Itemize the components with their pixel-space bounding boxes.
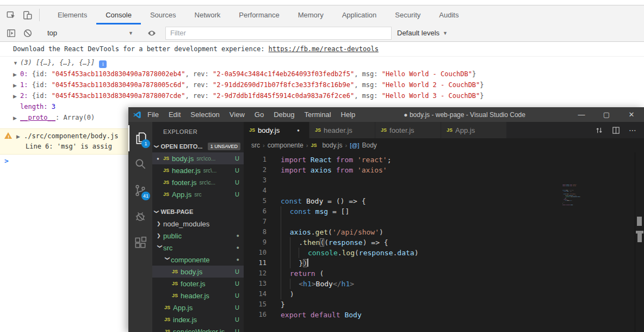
code-line: axios.get('/api/show') [281, 227, 586, 237]
menu-go[interactable]: Go [250, 107, 269, 122]
device-toolbar-icon[interactable] [23, 10, 33, 20]
workspace-header[interactable]: ❯ WEB-PAGE [152, 206, 244, 218]
warning-icon [4, 132, 12, 139]
js-file-icon: JS [164, 305, 170, 310]
console-filter-input[interactable] [165, 27, 392, 40]
open-editor-footer.js[interactable]: ●JSfooter.jssrc\c...U [152, 176, 244, 188]
tree-item-src[interactable]: ❯src● [152, 242, 244, 254]
line-number: 10 [244, 248, 267, 258]
menu-bar: FileEditSelectionViewGoDebugTerminalHelp [143, 107, 360, 122]
editor-tab-footer.js[interactable]: JSfooter.js [375, 122, 441, 138]
symbol-icon: [@] [350, 142, 359, 149]
menu-debug[interactable]: Debug [269, 107, 299, 122]
expand-arrow-icon[interactable]: ▶ [16, 132, 24, 142]
line-number: 4 [244, 186, 267, 196]
open-editor-body.js[interactable]: ●JSbody.jssrc\co...U [152, 152, 244, 164]
activity-debug-button[interactable] [128, 204, 152, 230]
sync-changes-icon[interactable] [595, 126, 603, 134]
devtools-tab-performance[interactable]: Performance [230, 5, 288, 24]
menu-terminal[interactable]: Terminal [299, 107, 336, 122]
clear-console-icon[interactable] [23, 28, 33, 38]
activity-search-button[interactable] [128, 151, 152, 177]
breadcrumb-item-Body[interactable]: Body [362, 142, 377, 149]
menu-edit[interactable]: Edit [164, 107, 185, 122]
devtools-tab-elements[interactable]: Elements [48, 5, 96, 24]
dirty-dot-icon: ● [157, 156, 161, 161]
console-object-row[interactable]: ▶1: {id: "045f453acb1103d830490a7878005c… [0, 79, 644, 90]
expand-arrow-icon[interactable]: ▶ [13, 91, 20, 102]
code-line [281, 186, 586, 196]
log-levels-select[interactable]: Default levels ▼ [397, 29, 448, 37]
console-array-preview[interactable]: ▼(3) [{…}, {…}, {…}]i [0, 57, 644, 69]
tree-item-App.js[interactable]: JSApp.jsU [152, 302, 244, 313]
scrollbar-decoration[interactable] [637, 233, 642, 242]
modified-dot-icon: ● [237, 233, 239, 238]
minimize-button[interactable]: — [569, 107, 594, 122]
activity-bar: 1 41 [128, 122, 152, 332]
maximize-button[interactable]: ▢ [594, 107, 619, 122]
breadcrumb-item-body.js[interactable]: body.js [322, 142, 342, 149]
editor-area[interactable]: JSbody.js●JSheader.jsJSfooter.jsJSApp.js… [244, 122, 644, 332]
breadcrumb-separator-icon: › [306, 142, 308, 149]
code-editor[interactable]: 12345678910111213141516 import React fro… [244, 152, 635, 332]
live-expression-eye-icon[interactable] [147, 28, 157, 38]
inspect-element-icon[interactable] [7, 10, 16, 20]
breadcrumb-item-componente[interactable]: componente [268, 142, 304, 149]
code-line: export default Body [281, 310, 586, 320]
source-control-badge: 41 [141, 192, 150, 200]
tree-item-index.js[interactable]: JSindex.jsU [152, 313, 244, 325]
console-object-row[interactable]: ▶0: {id: "045f453acb1103d830490a7878002e… [0, 69, 644, 79]
open-editors-header[interactable]: ❯ OPEN EDITO... 1 UNSAVED [152, 140, 244, 152]
devtools-tab-security[interactable]: Security [386, 5, 430, 24]
devtools-tab-network[interactable]: Network [185, 5, 230, 24]
menu-file[interactable]: File [143, 107, 164, 122]
more-actions-icon[interactable]: ⋯ [629, 126, 636, 134]
line-numbers-gutter: 12345678910111213141516 [244, 155, 267, 320]
menu-view[interactable]: View [225, 107, 250, 122]
activity-explorer-button[interactable]: 1 [128, 125, 152, 151]
expand-arrow-icon[interactable]: ▶ [13, 113, 20, 124]
editor-tab-header.js[interactable]: JSheader.js [309, 122, 375, 138]
devtools-tab-audits[interactable]: Audits [430, 5, 468, 24]
close-button[interactable]: ✕ [619, 107, 644, 122]
text-cursor [307, 259, 308, 267]
breadcrumb-item-src[interactable]: src [251, 142, 260, 149]
indent-guide [281, 206, 290, 217]
devtools-tab-sources[interactable]: Sources [141, 5, 185, 24]
expand-arrow-icon[interactable]: ▶ [13, 69, 20, 80]
expand-arrow-icon[interactable]: ▶ [13, 80, 20, 91]
extensions-icon [133, 236, 147, 250]
console-object-row[interactable]: ▶2: {id: "045f453acb1103d830490a7878007c… [0, 90, 644, 101]
open-editor-App.js[interactable]: ●JSApp.jssrcU [152, 188, 244, 200]
tree-item-footer.js[interactable]: JSfooter.jsU [152, 278, 244, 290]
open-editor-header.js[interactable]: ●JSheader.jssrc\...U [152, 164, 244, 176]
frame-context-select[interactable]: top ▼ [47, 29, 133, 37]
expand-arrow-icon[interactable]: ▼ [13, 57, 20, 69]
js-file-icon: JS [447, 127, 453, 133]
devtools-tab-memory[interactable]: Memory [289, 5, 333, 24]
activity-extensions-button[interactable] [128, 230, 152, 256]
split-editor-icon[interactable] [612, 126, 620, 134]
tree-item-serviceWorker.js[interactable]: JSserviceWorker.jsU [152, 325, 244, 332]
devtools-tab-console[interactable]: Console [96, 5, 141, 24]
console-sidebar-icon[interactable] [7, 28, 16, 38]
minimap[interactable]: import React from 'react';import axios f… [562, 184, 608, 222]
devtools-tab-application[interactable]: Application [333, 5, 386, 24]
js-file-icon: JS [172, 281, 178, 286]
tree-item-componente[interactable]: ❯componente● [152, 254, 244, 266]
react-devtools-link[interactable]: https://fb.me/react-devtools [269, 45, 379, 53]
tree-item-header.js[interactable]: JSheader.jsU [152, 290, 244, 302]
vscode-titlebar[interactable]: FileEditSelectionViewGoDebugTerminalHelp… [128, 107, 644, 122]
tree-item-public[interactable]: ❯public● [152, 230, 244, 242]
scrollbar-thumb[interactable] [637, 217, 642, 226]
tree-item-body.js[interactable]: JSbody.jsU [152, 266, 244, 278]
editor-tab-body.js[interactable]: JSbody.js● [244, 122, 309, 138]
menu-selection[interactable]: Selection [185, 107, 224, 122]
indent-guide [281, 227, 290, 237]
editor-tab-App.js[interactable]: JSApp.js [441, 122, 506, 138]
tree-item-node_modules[interactable]: ❯node_modules [152, 218, 244, 230]
indent-guide [281, 279, 290, 289]
code-line: return ( [281, 268, 586, 279]
menu-help[interactable]: Help [336, 107, 361, 122]
activity-source-control-button[interactable]: 41 [128, 177, 152, 204]
